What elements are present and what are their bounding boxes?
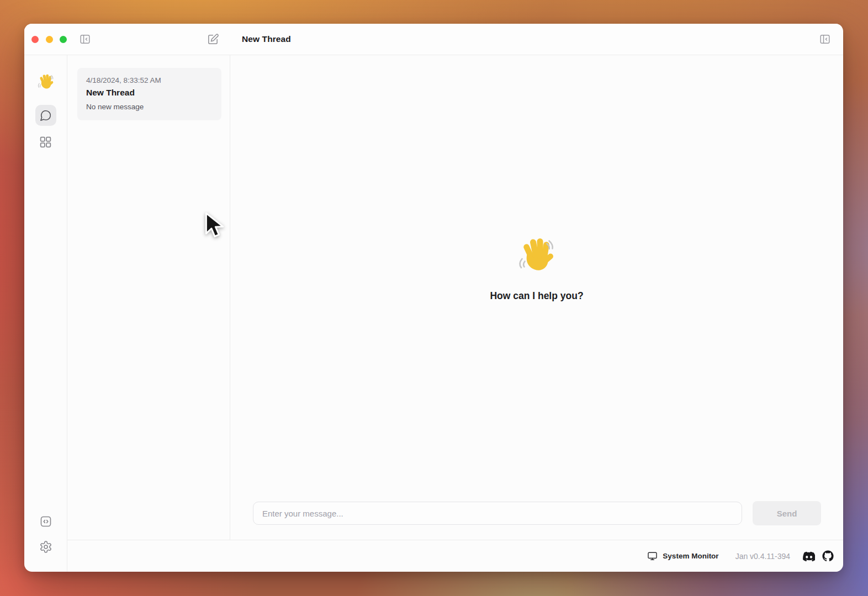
wave-hand-emoji [37,73,55,91]
panel-right-collapse-icon [819,33,831,45]
status-footer: System Monitor Jan v0.4.11-394 [67,540,843,572]
discord-link[interactable] [802,550,815,562]
wave-hand-emoji [517,236,557,276]
github-link[interactable] [822,550,834,562]
thread-last-message: No new message [86,103,213,111]
content-area: 4/18/2024, 8:33:52 AM New Thread No new … [67,55,843,572]
greeting-text: How can I help you? [490,290,583,302]
new-thread-button[interactable] [207,33,219,46]
system-monitor-toggle[interactable]: System Monitor [647,551,718,561]
empty-state: How can I help you? [230,55,843,501]
close-button[interactable] [31,36,39,43]
left-icon-rail [24,55,67,572]
settings-gear-icon [39,540,52,554]
minimize-button[interactable] [46,36,53,43]
api-code-icon [39,515,52,528]
page-title: New Thread [242,34,291,44]
rail-item-local-api-server[interactable] [35,511,56,532]
thread-list-panel: 4/18/2024, 8:33:52 AM New Thread No new … [67,55,230,540]
titlebar: New Thread [24,24,843,55]
message-input[interactable] [253,502,742,525]
titlebar-main-section: New Thread [230,24,843,55]
chat-main-area: How can I help you? Send [230,55,843,540]
grid-icon [39,135,52,149]
sidebar-collapse-button[interactable] [79,33,91,45]
chat-bubble-icon [40,109,52,121]
titlebar-sidebar-section [24,24,230,55]
rail-item-settings[interactable] [35,536,56,557]
new-thread-pen-icon [207,33,219,46]
rail-item-hub[interactable] [35,131,56,152]
thread-date: 4/18/2024, 8:33:52 AM [86,76,213,84]
system-monitor-label: System Monitor [663,552,718,560]
github-icon [822,550,834,562]
right-panel-collapse-button[interactable] [819,33,831,45]
thread-list-item[interactable]: 4/18/2024, 8:33:52 AM New Thread No new … [77,68,221,120]
app-version-label: Jan v0.4.11-394 [735,552,790,561]
monitor-icon [647,551,658,561]
send-button[interactable]: Send [753,501,821,525]
panel-collapse-icon [79,33,91,45]
rail-item-threads[interactable] [35,105,56,126]
message-composer: Send [230,501,843,540]
traffic-lights [31,36,67,43]
window-body: 4/18/2024, 8:33:52 AM New Thread No new … [24,55,843,572]
app-window: New Thread [24,24,843,572]
thread-title: New Thread [86,88,213,98]
content-row: 4/18/2024, 8:33:52 AM New Thread No new … [67,55,843,540]
zoom-button[interactable] [60,36,67,43]
discord-icon [802,550,815,562]
